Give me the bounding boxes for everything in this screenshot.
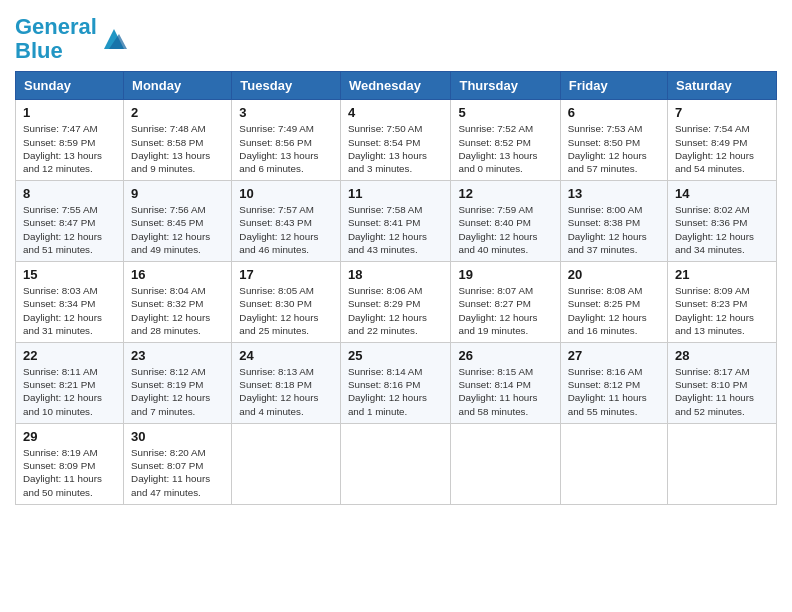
day-number: 12 [458, 186, 552, 201]
calendar-cell: 21 Sunrise: 8:09 AMSunset: 8:23 PMDaylig… [668, 262, 777, 343]
calendar-cell: 6 Sunrise: 7:53 AMSunset: 8:50 PMDayligh… [560, 100, 667, 181]
calendar-cell: 18 Sunrise: 8:06 AMSunset: 8:29 PMDaylig… [340, 262, 451, 343]
day-number: 5 [458, 105, 552, 120]
day-number: 23 [131, 348, 224, 363]
calendar-cell: 5 Sunrise: 7:52 AMSunset: 8:52 PMDayligh… [451, 100, 560, 181]
calendar-cell: 16 Sunrise: 8:04 AMSunset: 8:32 PMDaylig… [124, 262, 232, 343]
day-detail: Sunrise: 8:09 AMSunset: 8:23 PMDaylight:… [675, 284, 769, 337]
calendar-cell: 2 Sunrise: 7:48 AMSunset: 8:58 PMDayligh… [124, 100, 232, 181]
day-detail: Sunrise: 7:54 AMSunset: 8:49 PMDaylight:… [675, 122, 769, 175]
calendar-cell [451, 423, 560, 504]
logo-blue: Blue [15, 38, 63, 63]
calendar-cell [232, 423, 341, 504]
day-number: 14 [675, 186, 769, 201]
calendar-cell: 14 Sunrise: 8:02 AMSunset: 8:36 PMDaylig… [668, 181, 777, 262]
day-number: 13 [568, 186, 660, 201]
day-detail: Sunrise: 7:50 AMSunset: 8:54 PMDaylight:… [348, 122, 444, 175]
weekday-header-monday: Monday [124, 72, 232, 100]
calendar-cell: 27 Sunrise: 8:16 AMSunset: 8:12 PMDaylig… [560, 343, 667, 424]
day-number: 29 [23, 429, 116, 444]
day-detail: Sunrise: 7:55 AMSunset: 8:47 PMDaylight:… [23, 203, 116, 256]
calendar-cell: 20 Sunrise: 8:08 AMSunset: 8:25 PMDaylig… [560, 262, 667, 343]
logo: General Blue [15, 15, 129, 63]
calendar-cell: 15 Sunrise: 8:03 AMSunset: 8:34 PMDaylig… [16, 262, 124, 343]
day-number: 10 [239, 186, 333, 201]
day-detail: Sunrise: 8:17 AMSunset: 8:10 PMDaylight:… [675, 365, 769, 418]
weekday-header-saturday: Saturday [668, 72, 777, 100]
weekday-header-sunday: Sunday [16, 72, 124, 100]
day-number: 15 [23, 267, 116, 282]
calendar-cell: 10 Sunrise: 7:57 AMSunset: 8:43 PMDaylig… [232, 181, 341, 262]
calendar-cell: 13 Sunrise: 8:00 AMSunset: 8:38 PMDaylig… [560, 181, 667, 262]
day-detail: Sunrise: 7:49 AMSunset: 8:56 PMDaylight:… [239, 122, 333, 175]
calendar-cell: 29 Sunrise: 8:19 AMSunset: 8:09 PMDaylig… [16, 423, 124, 504]
calendar-cell: 12 Sunrise: 7:59 AMSunset: 8:40 PMDaylig… [451, 181, 560, 262]
day-detail: Sunrise: 8:08 AMSunset: 8:25 PMDaylight:… [568, 284, 660, 337]
week-row-4: 22 Sunrise: 8:11 AMSunset: 8:21 PMDaylig… [16, 343, 777, 424]
calendar-cell: 7 Sunrise: 7:54 AMSunset: 8:49 PMDayligh… [668, 100, 777, 181]
calendar-cell: 24 Sunrise: 8:13 AMSunset: 8:18 PMDaylig… [232, 343, 341, 424]
day-number: 25 [348, 348, 444, 363]
day-detail: Sunrise: 8:07 AMSunset: 8:27 PMDaylight:… [458, 284, 552, 337]
week-row-2: 8 Sunrise: 7:55 AMSunset: 8:47 PMDayligh… [16, 181, 777, 262]
day-detail: Sunrise: 8:20 AMSunset: 8:07 PMDaylight:… [131, 446, 224, 499]
day-number: 3 [239, 105, 333, 120]
day-number: 19 [458, 267, 552, 282]
calendar-cell: 23 Sunrise: 8:12 AMSunset: 8:19 PMDaylig… [124, 343, 232, 424]
day-detail: Sunrise: 7:52 AMSunset: 8:52 PMDaylight:… [458, 122, 552, 175]
week-row-3: 15 Sunrise: 8:03 AMSunset: 8:34 PMDaylig… [16, 262, 777, 343]
week-row-1: 1 Sunrise: 7:47 AMSunset: 8:59 PMDayligh… [16, 100, 777, 181]
day-detail: Sunrise: 8:15 AMSunset: 8:14 PMDaylight:… [458, 365, 552, 418]
calendar-cell: 8 Sunrise: 7:55 AMSunset: 8:47 PMDayligh… [16, 181, 124, 262]
day-number: 8 [23, 186, 116, 201]
day-number: 9 [131, 186, 224, 201]
day-number: 22 [23, 348, 116, 363]
day-number: 28 [675, 348, 769, 363]
calendar-cell [340, 423, 451, 504]
day-number: 26 [458, 348, 552, 363]
calendar-cell: 11 Sunrise: 7:58 AMSunset: 8:41 PMDaylig… [340, 181, 451, 262]
day-number: 20 [568, 267, 660, 282]
day-number: 2 [131, 105, 224, 120]
day-number: 7 [675, 105, 769, 120]
day-number: 21 [675, 267, 769, 282]
week-row-5: 29 Sunrise: 8:19 AMSunset: 8:09 PMDaylig… [16, 423, 777, 504]
day-detail: Sunrise: 7:48 AMSunset: 8:58 PMDaylight:… [131, 122, 224, 175]
day-detail: Sunrise: 7:56 AMSunset: 8:45 PMDaylight:… [131, 203, 224, 256]
day-detail: Sunrise: 8:19 AMSunset: 8:09 PMDaylight:… [23, 446, 116, 499]
day-detail: Sunrise: 7:57 AMSunset: 8:43 PMDaylight:… [239, 203, 333, 256]
day-detail: Sunrise: 8:12 AMSunset: 8:19 PMDaylight:… [131, 365, 224, 418]
day-detail: Sunrise: 8:00 AMSunset: 8:38 PMDaylight:… [568, 203, 660, 256]
weekday-header-thursday: Thursday [451, 72, 560, 100]
logo-text: General Blue [15, 15, 97, 63]
logo-icon [99, 24, 129, 54]
weekday-header-wednesday: Wednesday [340, 72, 451, 100]
day-number: 16 [131, 267, 224, 282]
calendar-cell: 19 Sunrise: 8:07 AMSunset: 8:27 PMDaylig… [451, 262, 560, 343]
day-detail: Sunrise: 8:05 AMSunset: 8:30 PMDaylight:… [239, 284, 333, 337]
calendar-cell: 30 Sunrise: 8:20 AMSunset: 8:07 PMDaylig… [124, 423, 232, 504]
day-detail: Sunrise: 7:58 AMSunset: 8:41 PMDaylight:… [348, 203, 444, 256]
day-detail: Sunrise: 8:13 AMSunset: 8:18 PMDaylight:… [239, 365, 333, 418]
day-number: 6 [568, 105, 660, 120]
calendar-cell: 28 Sunrise: 8:17 AMSunset: 8:10 PMDaylig… [668, 343, 777, 424]
header: General Blue [15, 10, 777, 63]
day-number: 11 [348, 186, 444, 201]
day-number: 17 [239, 267, 333, 282]
weekday-header-friday: Friday [560, 72, 667, 100]
calendar-cell: 9 Sunrise: 7:56 AMSunset: 8:45 PMDayligh… [124, 181, 232, 262]
weekday-header-row: SundayMondayTuesdayWednesdayThursdayFrid… [16, 72, 777, 100]
calendar-cell: 22 Sunrise: 8:11 AMSunset: 8:21 PMDaylig… [16, 343, 124, 424]
day-detail: Sunrise: 8:16 AMSunset: 8:12 PMDaylight:… [568, 365, 660, 418]
calendar-cell: 26 Sunrise: 8:15 AMSunset: 8:14 PMDaylig… [451, 343, 560, 424]
day-number: 30 [131, 429, 224, 444]
day-number: 1 [23, 105, 116, 120]
calendar-cell [668, 423, 777, 504]
day-number: 18 [348, 267, 444, 282]
day-detail: Sunrise: 8:14 AMSunset: 8:16 PMDaylight:… [348, 365, 444, 418]
day-number: 4 [348, 105, 444, 120]
day-detail: Sunrise: 7:47 AMSunset: 8:59 PMDaylight:… [23, 122, 116, 175]
day-detail: Sunrise: 8:02 AMSunset: 8:36 PMDaylight:… [675, 203, 769, 256]
calendar-cell: 25 Sunrise: 8:14 AMSunset: 8:16 PMDaylig… [340, 343, 451, 424]
day-detail: Sunrise: 8:03 AMSunset: 8:34 PMDaylight:… [23, 284, 116, 337]
